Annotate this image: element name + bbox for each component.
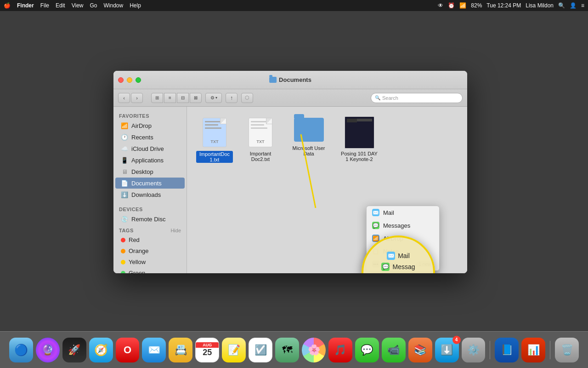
doc2-icon: TXT [247,116,274,149]
sidebar-item-documents[interactable]: 📄 Documents [115,178,185,189]
magnify-messages-icon: 💬 [381,263,390,271]
sidebar-item-tag-green[interactable]: Green [115,268,185,273]
file-item-doc2[interactable]: TXT Important Doc2.txt [242,116,279,163]
dock-launchpad[interactable]: 🚀 [62,338,86,362]
search-bar[interactable]: 🔍 Search [371,93,463,103]
messages-share-label: Messages [383,222,410,229]
opera-dock-icon: O [124,344,131,356]
sidebar-item-downloads[interactable]: ⬇️ Downloads [115,189,185,200]
share-menu-item-mail[interactable]: ✉️ Mail [367,206,439,219]
menu-view[interactable]: View [72,2,84,9]
finder-window: Documents ‹ › ⊞ ≡ ⊟ ⊠ ⚙ ▾ ↑ ⬡ 🔍 Sea [113,71,467,273]
toolbar: ‹ › ⊞ ≡ ⊟ ⊠ ⚙ ▾ ↑ ⬡ 🔍 Search [113,89,467,107]
dock-trash[interactable]: 🗑️ [555,338,579,362]
appstore-badge: 4 [452,336,461,344]
list-view-button[interactable]: ≡ [164,93,176,103]
title-bar: Documents [113,71,467,89]
sidebar-item-remote-disc[interactable]: 💿 Remote Disc [115,213,185,224]
sidebar-item-airdrop[interactable]: 📶 AirDrop [115,120,185,131]
magnify-mail-label: Mail [398,252,410,259]
dock-opera[interactable]: O [116,338,140,362]
dock-safari[interactable]: 🧭 [89,338,113,362]
tag-button[interactable]: ⬡ [241,93,253,103]
launchpad-dock-icon: 🚀 [68,344,80,356]
apple-menu[interactable]: 🍎 [4,2,11,9]
back-button[interactable]: ‹ [118,93,130,103]
documents-icon: 📄 [121,179,128,187]
battery-status: 82% [471,2,482,9]
close-button[interactable] [118,77,124,83]
dock-contacts[interactable]: 📇 [169,338,192,362]
menu-window[interactable]: Window [104,2,124,9]
dock-separator [490,341,490,359]
sidebar: Favorites 📶 AirDrop 🕐 Recents ☁️ iCloud … [113,107,187,273]
dock-siri[interactable]: 🔮 [36,338,60,362]
calendar-month-label: AUG [196,342,219,348]
finder-dock-icon: 🔵 [14,344,28,356]
sidebar-item-tag-orange[interactable]: Orange [115,246,185,256]
sidebar-item-tag-red[interactable]: Red [115,235,185,245]
menu-file[interactable]: File [40,2,49,9]
file-item-keynote[interactable]: Posing 101 DAY 1 Keynote-2 [339,116,380,163]
dock-mail[interactable]: ✉️ [142,338,166,362]
cover-flow-button[interactable]: ⊠ [190,93,202,103]
favorites-label: Favorites [113,110,187,120]
downloads-label: Downloads [131,191,161,198]
column-view-button[interactable]: ⊟ [177,93,189,103]
yellow-tag-label: Yellow [129,259,146,265]
dock-calendar[interactable]: AUG 25 [195,338,219,362]
appstore-dock-icon: ⬇️ [441,344,453,356]
finder-main: Favorites 📶 AirDrop 🕐 Recents ☁️ iCloud … [113,107,467,273]
photos-dock-icon: 🌸 [308,344,320,356]
dock-prefs[interactable]: ⚙️ [462,338,486,362]
red-tag-dot [121,238,125,242]
icon-view-button[interactable]: ⊞ [151,93,163,103]
dock-finder[interactable]: 🔵 [9,338,33,362]
tags-label: Tags [119,228,134,233]
share-menu-item-messages[interactable]: 💬 Messages [367,219,439,232]
share-button[interactable]: ↑ [226,93,237,103]
magnify-messages-label: Messag [392,263,415,270]
sidebar-item-tag-yellow[interactable]: Yellow [115,257,185,267]
calendar-day-label: 25 [203,348,212,358]
file-item-doc1[interactable]: TXT ImportantDoc1.txt [196,116,233,163]
view-buttons: ⊞ ≡ ⊟ ⊠ [151,93,202,103]
dock-notes[interactable]: 📝 [222,338,246,362]
action-button[interactable]: ⚙ ▾ [205,93,222,103]
maximize-button[interactable] [136,77,141,83]
icloud-label: iCloud Drive [131,145,164,152]
green-tag-label: Green [129,270,145,273]
menu-finder[interactable]: Finder [17,2,34,9]
username: Lisa Mildon [526,2,554,9]
books-dock-icon: 📚 [414,344,426,356]
menu-go[interactable]: Go [90,2,97,9]
hide-tags-button[interactable]: Hide [170,228,181,233]
dock-facetime[interactable]: 📹 [382,338,406,362]
mail-share-label: Mail [383,209,394,216]
remote-disc-label: Remote Disc [131,216,165,223]
dock-appstore[interactable]: ⬇️ 4 [435,338,459,362]
dock-outlook[interactable]: 📘 [495,338,519,362]
dock-maps[interactable]: 🗺 [275,338,299,362]
spotlight-icon[interactable]: 🔍 [558,2,565,9]
menu-edit[interactable]: Edit [56,2,65,9]
forward-button[interactable]: › [131,93,143,103]
nav-buttons: ‹ › [118,93,143,103]
dock-messages[interactable]: 💬 [355,338,379,362]
menu-help[interactable]: Help [130,2,141,9]
sidebar-item-desktop[interactable]: 🖥 Desktop [115,166,185,177]
dock-books[interactable]: 📚 [408,338,432,362]
dock-photos[interactable]: 🌸 [302,338,326,362]
minimize-button[interactable] [127,77,132,83]
dock-powerpoint[interactable]: 📊 [521,338,545,362]
window-title: Documents [269,76,311,83]
notification-icon[interactable]: ≡ [581,2,584,9]
sidebar-item-recents[interactable]: 🕐 Recents [115,132,185,143]
sidebar-item-icloud[interactable]: ☁️ iCloud Drive [115,143,185,154]
dock-reminders[interactable]: ☑️ [249,338,272,362]
recents-icon: 🕐 [121,133,128,141]
dock-music[interactable]: 🎵 [328,338,352,362]
sidebar-item-applications[interactable]: 📱 Applications [115,155,185,166]
file-item-msuser[interactable]: Microsoft User Data [288,116,329,163]
music-dock-icon: 🎵 [334,344,346,356]
